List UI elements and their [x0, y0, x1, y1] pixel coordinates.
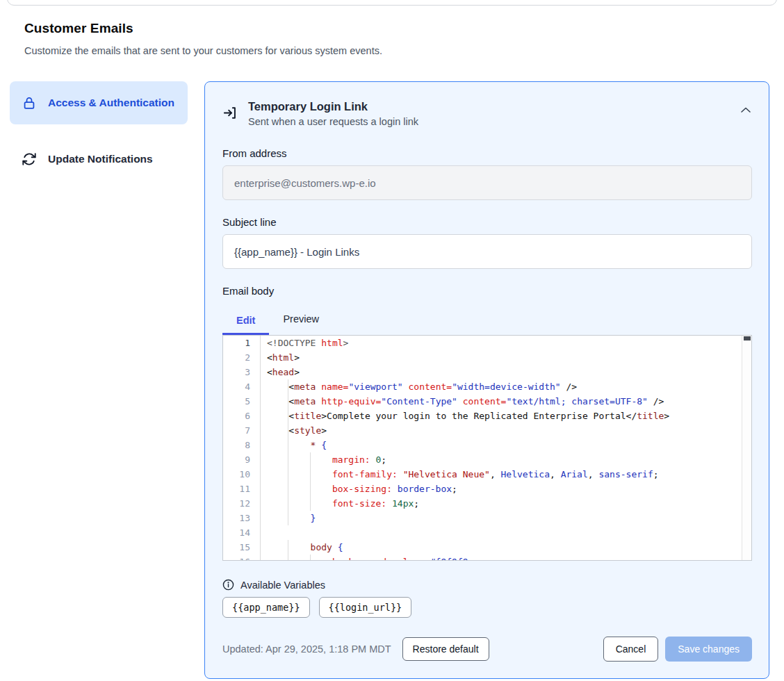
code-line[interactable]: 11box-sizing: border-box; [223, 482, 751, 496]
editor-scrollbar-thumb[interactable] [744, 336, 751, 340]
email-settings-panel: Temporary Login Link Sent when a user re… [204, 81, 769, 679]
line-number: 8 [223, 438, 261, 452]
line-number: 14 [223, 525, 261, 540]
available-variables-label: Available Variables [240, 580, 325, 591]
tab-preview[interactable]: Preview [269, 307, 333, 335]
sidebar-item-label: Access & Authentication [48, 97, 174, 109]
panel-title: Temporary Login Link [248, 100, 418, 113]
from-address-value: enterprise@customers.wp-e.io [234, 177, 376, 189]
code-editor[interactable]: 1<!DOCTYPE html>2<html>3<head>4<meta nam… [222, 335, 752, 561]
sidebar-item-access-authentication[interactable]: Access & Authentication [10, 81, 188, 124]
variable-chip-app-name[interactable]: {{app_name}} [222, 597, 310, 618]
line-number: 3 [223, 365, 261, 379]
updated-timestamp: Updated: Apr 29, 2025, 1:18 PM MDT [222, 643, 391, 655]
line-number: 10 [223, 467, 261, 482]
restore-default-button[interactable]: Restore default [402, 637, 489, 661]
available-variables-header: Available Variables [222, 579, 752, 591]
from-address-label: From address [222, 147, 752, 159]
chevron-up-icon[interactable] [740, 106, 752, 114]
code-line[interactable]: 3<head> [223, 365, 751, 379]
sidebar-item-update-notifications[interactable]: Update Notifications [10, 140, 188, 179]
line-number: 5 [223, 394, 261, 409]
line-number: 12 [223, 496, 261, 511]
lock-icon [21, 95, 38, 111]
tab-edit[interactable]: Edit [222, 307, 269, 335]
editor-scrollbar[interactable] [742, 336, 751, 560]
code-line[interactable]: 10font-family: "Helvetica Neue", Helveti… [223, 467, 751, 482]
code-line[interactable]: 12font-size: 14px; [223, 496, 751, 511]
line-number: 9 [223, 452, 261, 467]
info-icon [222, 579, 234, 591]
page-title: Customer Emails [24, 21, 760, 36]
subject-line-label: Subject line [222, 216, 752, 228]
panel-header: Temporary Login Link Sent when a user re… [222, 100, 752, 127]
variable-chip-login-url[interactable]: {{login_url}} [319, 597, 412, 618]
line-number: 1 [223, 336, 261, 350]
code-editor-lines: 1<!DOCTYPE html>2<html>3<head>4<meta nam… [223, 336, 751, 561]
variable-chips: {{app_name}} {{login_url}} [222, 597, 752, 618]
email-body-label: Email body [222, 285, 752, 297]
code-line[interactable]: 8* { [223, 438, 751, 452]
code-line[interactable]: 2<html> [223, 350, 751, 365]
subject-line-value: {{app_name}} - Login Links [234, 246, 359, 258]
line-number: 2 [223, 350, 261, 365]
line-number: 4 [223, 379, 261, 394]
save-changes-button[interactable]: Save changes [665, 637, 752, 662]
line-number: 11 [223, 482, 261, 496]
line-number: 16 [223, 555, 261, 561]
panel-subtitle: Sent when a user requests a login link [248, 116, 418, 127]
code-line[interactable]: 4<meta name="viewport" content="width=de… [223, 379, 751, 394]
email-body-tabs: Edit Preview [222, 307, 752, 335]
sidebar-item-label: Update Notifications [48, 153, 153, 165]
subject-line-input[interactable]: {{app_name}} - Login Links [222, 234, 752, 269]
code-line[interactable]: 7<style> [223, 423, 751, 438]
code-line[interactable]: 1<!DOCTYPE html> [223, 336, 751, 350]
panel-footer: Updated: Apr 29, 2025, 1:18 PM MDT Resto… [222, 637, 752, 662]
code-line[interactable]: 16background-color: #f9f9f9; [223, 555, 751, 561]
line-number: 15 [223, 540, 261, 555]
code-line[interactable]: 6<title>Complete your login to the Repli… [223, 409, 751, 423]
page-subtitle: Customize the emails that are sent to yo… [24, 45, 760, 56]
code-line[interactable]: 14 [223, 525, 751, 540]
previous-card-remnant [7, 0, 777, 6]
code-line[interactable]: 13} [223, 511, 751, 525]
from-address-input[interactable]: enterprise@customers.wp-e.io [222, 165, 752, 200]
code-line[interactable]: 5<meta http-equiv="Content-Type" content… [223, 394, 751, 409]
sidebar: Access & Authentication Update Notificat… [10, 81, 188, 179]
line-number: 13 [223, 511, 261, 525]
code-line[interactable]: 15body { [223, 540, 751, 555]
refresh-icon [21, 151, 38, 167]
login-icon [222, 105, 238, 121]
line-number: 7 [223, 423, 261, 438]
code-line[interactable]: 9margin: 0; [223, 452, 751, 467]
page-header: Customer Emails Customize the emails tha… [0, 0, 784, 56]
line-number: 6 [223, 409, 261, 423]
cancel-button[interactable]: Cancel [603, 637, 659, 662]
